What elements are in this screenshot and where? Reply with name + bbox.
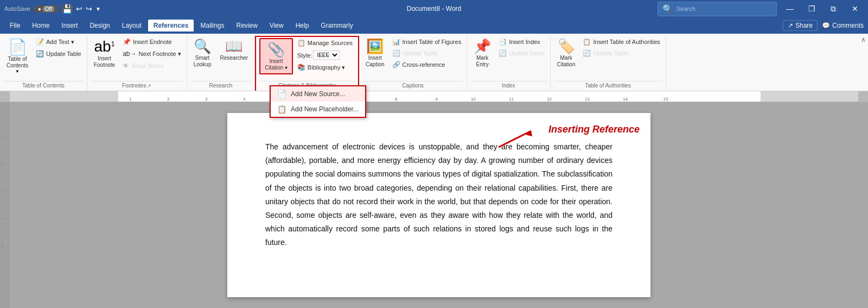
- ruler-main: 1 2 3 4 5 6 7 8 · 9 10 11 12 13 14 · 15 …: [10, 91, 858, 102]
- insert-index-btn[interactable]: 📑 Insert Index: [496, 37, 546, 47]
- comments-icon: 💬: [822, 22, 830, 29]
- add-text-btn[interactable]: 📝 Add Text ▾: [34, 37, 84, 47]
- update-index-btn[interactable]: 🔄 Update Index: [496, 48, 546, 58]
- manage-sources-btn[interactable]: 📋 Manage Sources: [295, 38, 355, 48]
- menu-design[interactable]: Design: [84, 20, 115, 32]
- update-table-captions-icon: 🔄: [392, 49, 400, 57]
- autosave-label: AutoSave: [4, 5, 30, 12]
- insert-citation-label: InsertCitation ▾: [265, 58, 288, 71]
- add-new-source-item[interactable]: 📄 Add New Source...: [271, 86, 365, 102]
- add-text-icon: 📝: [36, 38, 44, 46]
- researcher-btn[interactable]: 📖 Researcher: [216, 37, 251, 62]
- svg-line-0: [499, 131, 531, 147]
- footnotes-expand-icon[interactable]: ↗: [147, 83, 151, 89]
- insert-caption-icon: 🖼️: [366, 38, 384, 55]
- menu-references[interactable]: References: [148, 20, 194, 32]
- share-icon: ↗: [788, 22, 793, 29]
- insert-table-figures-icon: 📊: [392, 38, 400, 46]
- mark-entry-btn[interactable]: 📌 MarkEntry: [470, 37, 494, 69]
- left-margin: · 1 2 3 4 5: [0, 102, 10, 308]
- share-label: Share: [795, 22, 813, 29]
- smart-lookup-label: SmartLookup: [194, 55, 212, 68]
- group-table-of-contents: 📄 Table ofContents ▼ 📝 Add Text ▾ 🔄 Upda…: [0, 36, 87, 91]
- save-icon[interactable]: 💾: [62, 4, 73, 14]
- footnotes-group-label: Footnotes ↗: [91, 81, 183, 90]
- insert-table-authorities-btn[interactable]: 📋 Insert Table of Authorities: [580, 37, 662, 47]
- menu-help[interactable]: Help: [290, 20, 315, 32]
- update-table-captions-btn[interactable]: 🔄 Update Table: [390, 48, 464, 58]
- menu-review[interactable]: Review: [231, 20, 263, 32]
- menu-file[interactable]: File: [4, 20, 25, 32]
- update-table-toc-label: Update Table: [46, 51, 81, 57]
- mark-entry-icon: 📌: [474, 38, 491, 55]
- smart-lookup-btn[interactable]: 🔍 SmartLookup: [190, 37, 215, 69]
- insert-citation-btn[interactable]: 📎 InsertCitation ▾: [259, 38, 293, 74]
- update-table-authorities-btn[interactable]: 🔄 Update Table: [580, 48, 662, 58]
- next-footnote-btn[interactable]: ab→ Next Footnote ▾: [120, 49, 183, 59]
- researcher-icon: 📖: [225, 38, 242, 55]
- style-selector[interactable]: Style: IEEE APA MLA: [295, 49, 355, 61]
- mark-citation-btn[interactable]: 🏷️ MarkCitation: [554, 37, 579, 69]
- show-notes-btn[interactable]: 👁 Show Notes: [120, 61, 183, 71]
- close-btn[interactable]: ✕: [846, 0, 864, 17]
- index-content: 📌 MarkEntry 📑 Insert Index 🔄 Update Inde…: [470, 37, 546, 81]
- captions-group-label: Captions: [362, 81, 463, 90]
- menu-bar: File Home Insert Design Layout Reference…: [0, 17, 868, 34]
- next-footnote-icon: ab→: [123, 50, 136, 58]
- comments-label: Comments: [832, 22, 864, 29]
- toc-label: Table ofContents: [7, 56, 28, 69]
- menu-insert[interactable]: Insert: [56, 20, 83, 32]
- group-footnotes: ab1 InsertFootnote 📌 Insert Endnote ab→ …: [87, 36, 187, 91]
- research-group-label: Research: [190, 81, 252, 90]
- ribbon-collapse-btn[interactable]: ∧: [861, 36, 866, 43]
- bibliography-btn[interactable]: 📚 Bibliography ▾: [295, 62, 355, 72]
- add-new-source-label: Add New Source...: [291, 90, 345, 98]
- menu-layout[interactable]: Layout: [117, 20, 147, 32]
- menu-home[interactable]: Home: [27, 20, 55, 32]
- research-content: 🔍 SmartLookup 📖 Researcher: [190, 37, 252, 81]
- comments-button[interactable]: 💬 Comments: [822, 22, 864, 29]
- share-button[interactable]: ↗ Share: [783, 20, 818, 31]
- menu-mailings[interactable]: Mailings: [195, 20, 229, 32]
- insert-table-figures-label: Insert Table of Figures: [403, 39, 462, 45]
- undo-icon[interactable]: ↩: [76, 4, 82, 13]
- insert-table-figures-btn[interactable]: 📊 Insert Table of Figures: [390, 37, 464, 47]
- search-input[interactable]: [676, 5, 772, 12]
- minimize-btn[interactable]: —: [781, 0, 799, 17]
- insert-footnote-btn[interactable]: ab1 InsertFootnote: [91, 37, 118, 70]
- ruler: 1 2 3 4 5 6 7 8 · 9 10 11 12 13 14 · 15 …: [0, 91, 868, 102]
- add-new-placeholder-icon: 📋: [277, 105, 286, 114]
- insert-index-icon: 📑: [499, 38, 507, 46]
- update-table-authorities-icon: 🔄: [583, 49, 591, 57]
- page: Inserting Reference The advancement of e…: [227, 113, 650, 297]
- autosave-toggle[interactable]: ●Off: [34, 5, 59, 12]
- insert-endnote-btn[interactable]: 📌 Insert Endnote: [120, 37, 183, 47]
- group-index: 📌 MarkEntry 📑 Insert Index 🔄 Update Inde…: [467, 36, 550, 91]
- index-group-label: Index: [470, 81, 546, 90]
- add-new-placeholder-item[interactable]: 📋 Add New Placeholder...: [271, 102, 365, 117]
- cross-reference-icon: 🔗: [392, 61, 400, 68]
- bibliography-icon: 📚: [297, 64, 305, 71]
- redo-icon[interactable]: ↪: [86, 4, 92, 13]
- menu-view[interactable]: View: [264, 20, 289, 32]
- insert-table-authorities-icon: 📋: [583, 38, 591, 46]
- doc-scroll-area[interactable]: Inserting Reference The advancement of e…: [10, 102, 868, 308]
- menu-grammarly[interactable]: Grammarly: [315, 20, 358, 32]
- insert-index-label: Insert Index: [509, 39, 540, 45]
- maximize-btn[interactable]: ❐: [803, 0, 820, 17]
- add-text-label: Add Text ▾: [46, 39, 74, 46]
- toc-dropdown-arrow: ▼: [15, 69, 20, 74]
- update-index-label: Update Index: [509, 50, 544, 56]
- ruler-left-side: [0, 91, 10, 102]
- insert-caption-btn[interactable]: 🖼️ InsertCaption: [362, 37, 387, 69]
- table-of-contents-btn[interactable]: 📄 Table ofContents ▼: [3, 37, 31, 75]
- update-table-toc-btn[interactable]: 🔄 Update Table: [34, 49, 84, 59]
- style-select[interactable]: IEEE APA MLA: [313, 51, 340, 60]
- ruler-right-side: [858, 91, 868, 102]
- restore-btn[interactable]: ⧉: [825, 0, 842, 17]
- manage-sources-icon: 📋: [297, 39, 305, 47]
- quick-access-dropdown[interactable]: ▼: [95, 6, 101, 12]
- search-box[interactable]: 🔍: [658, 2, 777, 16]
- cross-reference-btn[interactable]: 🔗 Cross-reference: [390, 60, 464, 70]
- group-research: 🔍 SmartLookup 📖 Researcher Research: [187, 36, 256, 91]
